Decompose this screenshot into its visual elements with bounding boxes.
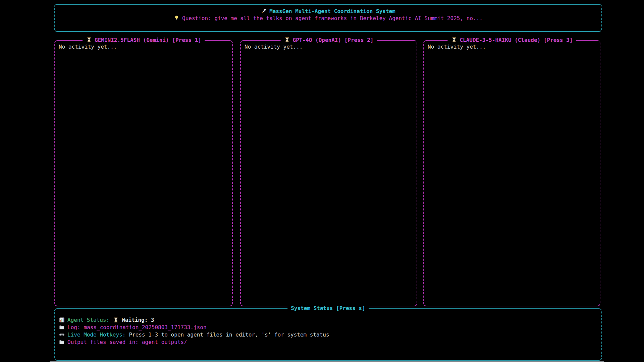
hourglass-icon	[113, 317, 119, 323]
status-label: Agent Status:	[67, 316, 109, 323]
app-title: MassGen Multi-Agent Coordination System	[269, 8, 395, 14]
system-status-panel: System Status [Press s] Agent Status: Wa…	[54, 308, 602, 361]
status-value: Press 1-3 to open agent files in editor,…	[129, 331, 329, 338]
question-text: Question: give me all the talks on agent…	[182, 15, 483, 21]
status-line-hotkeys: Live Mode Hotkeys: Press 1-3 to open age…	[59, 331, 597, 338]
agent-panel-gpt4o: GPT-4O (OpenAI) [Press 2] No activity ye…	[240, 40, 417, 306]
question-line: Question: give me all the talks on agent…	[55, 15, 601, 22]
status-label: Log:	[67, 324, 80, 331]
hourglass-icon	[86, 37, 92, 43]
system-status-title[interactable]: System Status [Press s]	[287, 305, 369, 312]
rocket-icon	[261, 8, 267, 14]
status-line-log: Log: mass_coordination_20250803_171733.j…	[59, 324, 597, 331]
agent-panel-title-gemini[interactable]: GEMINI2.5FLASH (Gemini) [Press 1]	[83, 37, 205, 44]
light-bulb-icon	[173, 15, 180, 21]
header-panel: MassGen Multi-Agent Coordination System …	[54, 4, 602, 32]
window-bottom-edge	[50, 361, 604, 362]
agent-panel-gemini: GEMINI2.5FLASH (Gemini) [Press 1] No act…	[54, 40, 233, 306]
bar-chart-icon	[59, 317, 65, 323]
status-line-output-files: Output files saved in: agent_outputs/	[59, 339, 597, 346]
hourglass-icon	[451, 37, 457, 43]
status-label: Live Mode Hotkeys:	[67, 331, 125, 338]
status-value: agent_outputs/	[142, 339, 187, 346]
folder-icon	[59, 324, 65, 330]
app-title-line: MassGen Multi-Agent Coordination System	[55, 8, 601, 15]
agent-panel-title-gpt4o[interactable]: GPT-4O (OpenAI) [Press 2]	[281, 37, 377, 44]
agent-panel-claude: CLAUDE-3-5-HAIKU (Claude) [Press 3] No a…	[423, 40, 600, 306]
agent-panel-title-claude[interactable]: CLAUDE-3-5-HAIKU (Claude) [Press 3]	[447, 37, 576, 44]
status-label: Output files saved in:	[67, 339, 139, 346]
terminal-screen: MassGen Multi-Agent Coordination System …	[0, 0, 644, 362]
status-line-agent-status: Agent Status: Waiting: 3	[59, 316, 597, 323]
status-value: mass_coordination_20250803_171733.json	[84, 324, 207, 331]
game-controller-icon	[59, 332, 65, 338]
hourglass-icon	[284, 37, 290, 43]
folder-icon	[59, 339, 65, 345]
status-value: Waiting: 3	[122, 316, 154, 323]
